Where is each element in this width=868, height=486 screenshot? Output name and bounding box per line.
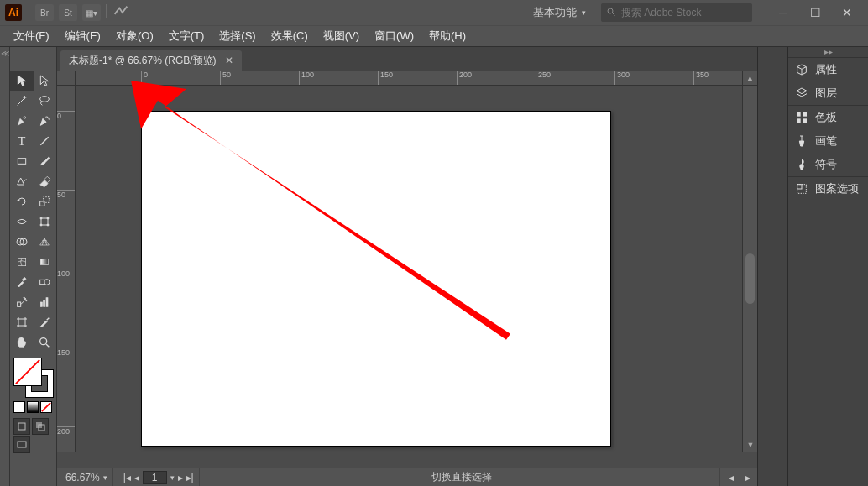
artboard-first-icon[interactable]: |◂: [123, 472, 131, 483]
ruler-tick: 200: [457, 71, 472, 85]
slice-tool[interactable]: [34, 312, 57, 332]
zoom-level[interactable]: 66.67% ▾: [60, 468, 113, 486]
artboard-tool[interactable]: [10, 312, 34, 332]
rectangle-tool[interactable]: [10, 151, 34, 171]
gradient-tool[interactable]: [34, 252, 57, 272]
menu-help[interactable]: 帮助(H): [422, 29, 473, 44]
ruler-origin[interactable]: [57, 71, 76, 86]
blend-tool[interactable]: [34, 272, 57, 292]
paintbrush-tool[interactable]: [34, 151, 57, 171]
eraser-tool[interactable]: [34, 171, 57, 191]
color-mode-solid[interactable]: [13, 401, 25, 413]
horizontal-ruler[interactable]: 0 50 100 150 200 250 300 350: [76, 71, 742, 86]
svg-rect-5: [18, 159, 25, 165]
chevron-down-icon: ▾: [103, 473, 107, 482]
minimize-button[interactable]: ─: [767, 3, 799, 23]
workspace-switcher[interactable]: 基本功能 ▾: [521, 3, 594, 22]
menu-file[interactable]: 文件(F): [7, 29, 56, 44]
panel-layers[interactable]: 图层: [788, 81, 868, 105]
width-tool[interactable]: [10, 212, 34, 232]
workspace-label: 基本功能: [533, 5, 577, 20]
document-tab[interactable]: 未标题-1* @ 66.67% (RGB/预览) ✕: [60, 50, 242, 71]
collapse-panels-icon[interactable]: ▸▸: [788, 47, 868, 57]
panel-label: 画笔: [815, 133, 837, 149]
scale-tool[interactable]: [34, 191, 57, 212]
fill-stroke-swatch[interactable]: [13, 358, 54, 398]
panel-brushes[interactable]: 画笔: [788, 129, 868, 153]
canvas-viewport[interactable]: ▲ 0 50 100 150 200 250 300 350 0 50 100 …: [57, 71, 757, 468]
tab-close-icon[interactable]: ✕: [225, 55, 233, 66]
color-mode-gradient[interactable]: [27, 401, 39, 413]
draw-behind-mode[interactable]: [32, 418, 49, 435]
vscroll-thumb[interactable]: [745, 253, 755, 304]
collapsed-panel-dock[interactable]: [757, 47, 787, 486]
menu-window[interactable]: 窗口(W): [368, 29, 421, 44]
chevron-down-icon[interactable]: ▾: [170, 473, 175, 482]
mesh-tool[interactable]: [10, 252, 34, 272]
menu-type[interactable]: 文字(T): [162, 29, 212, 44]
ruler-tick: 150: [57, 348, 75, 357]
vertical-scrollbar[interactable]: ▼: [742, 86, 757, 452]
rotate-tool[interactable]: [10, 191, 34, 212]
zoom-tool[interactable]: [34, 332, 57, 353]
direct-selection-tool[interactable]: [34, 71, 57, 91]
free-transform-tool[interactable]: [34, 212, 57, 232]
artboard-prev-icon[interactable]: ◂: [134, 472, 139, 483]
hand-tool[interactable]: [10, 332, 34, 353]
panel-swatches[interactable]: 色板: [788, 106, 868, 129]
menu-object[interactable]: 对象(O): [109, 29, 160, 44]
panel-label: 符号: [815, 157, 837, 172]
status-bar: 66.67% ▾ |◂ ◂ 1 ▾ ▸ ▸| 切换直接选择 ◂ ▸: [57, 468, 757, 486]
curvature-tool[interactable]: [34, 111, 57, 131]
fill-swatch[interactable]: [13, 358, 42, 386]
panel-label: 图层: [815, 86, 837, 101]
menu-effect[interactable]: 效果(C): [264, 29, 315, 44]
svg-point-3: [24, 117, 26, 119]
magic-wand-tool[interactable]: [10, 91, 34, 111]
artboard-next-icon[interactable]: ▸: [178, 472, 183, 483]
svg-point-13: [47, 224, 49, 226]
artboard[interactable]: [141, 111, 611, 447]
vscroll-down-arrow[interactable]: ▼: [743, 437, 757, 452]
hscroll-left-arrow[interactable]: ◂: [725, 472, 737, 483]
svg-line-31: [16, 360, 39, 384]
artboard-last-icon[interactable]: ▸|: [186, 472, 194, 483]
line-segment-tool[interactable]: [34, 131, 57, 151]
collapse-tools-icon[interactable]: ≪: [0, 47, 9, 58]
perspective-grid-tool[interactable]: [34, 232, 57, 252]
gpu-icon[interactable]: [112, 4, 130, 21]
vscroll-up-arrow[interactable]: ▲: [742, 71, 757, 86]
selection-tool[interactable]: [10, 71, 34, 91]
svg-rect-39: [797, 118, 801, 123]
panel-pattern-options[interactable]: 图案选项: [788, 177, 868, 201]
menu-select[interactable]: 选择(S): [212, 29, 262, 44]
bridge-icon[interactable]: Br: [35, 4, 54, 21]
stock-icon[interactable]: St: [59, 4, 77, 21]
shaper-tool[interactable]: [10, 171, 34, 191]
symbol-sprayer-tool[interactable]: [10, 292, 34, 312]
column-graph-tool[interactable]: [34, 292, 57, 312]
search-stock-input[interactable]: 搜索 Adobe Stock: [601, 3, 752, 22]
document-tab-bar: 未标题-1* @ 66.67% (RGB/预览) ✕: [57, 47, 757, 71]
svg-line-4: [41, 137, 49, 144]
artboard-number[interactable]: 1: [143, 471, 167, 484]
shape-builder-tool[interactable]: [10, 232, 34, 252]
vertical-ruler[interactable]: 0 50 100 150 200: [57, 86, 76, 452]
maximize-button[interactable]: ☐: [799, 3, 831, 23]
type-tool[interactable]: T: [10, 131, 34, 151]
color-mode-row: [13, 401, 56, 413]
color-mode-none[interactable]: [40, 401, 52, 413]
pen-tool[interactable]: [10, 111, 34, 131]
draw-normal-mode[interactable]: [13, 418, 30, 435]
arrange-docs-icon[interactable]: ▦▾: [82, 4, 101, 21]
lasso-tool[interactable]: [34, 91, 57, 111]
menu-edit[interactable]: 编辑(E): [58, 29, 107, 44]
svg-rect-21: [17, 302, 20, 306]
screen-mode[interactable]: [13, 436, 30, 453]
hscroll-right-arrow[interactable]: ▸: [742, 472, 754, 483]
panel-properties[interactable]: 属性: [788, 58, 868, 81]
menu-view[interactable]: 视图(V): [316, 29, 366, 44]
eyedropper-tool[interactable]: [10, 272, 34, 292]
close-window-button[interactable]: ✕: [831, 3, 863, 23]
panel-symbols[interactable]: 符号: [788, 153, 868, 176]
